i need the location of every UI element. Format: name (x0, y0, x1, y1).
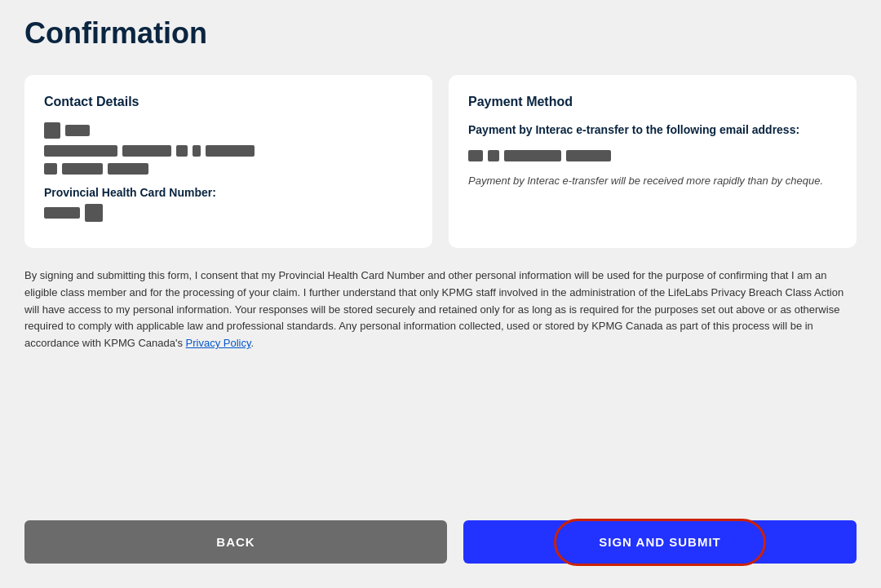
redacted-text (176, 145, 188, 157)
contact-address-row2 (44, 163, 413, 175)
redacted-text (504, 150, 561, 161)
redacted-text (65, 125, 90, 136)
redacted-text (468, 150, 483, 161)
redacted-text (44, 207, 80, 219)
health-card-row (44, 204, 413, 222)
back-button[interactable]: BACK (24, 520, 447, 564)
redacted-text (566, 150, 611, 161)
submit-wrapper: SIGN AND SUBMIT (463, 520, 857, 564)
redacted-text (193, 145, 201, 157)
redacted-text (62, 163, 103, 175)
contact-details-title: Contact Details (44, 95, 413, 109)
redacted-text (122, 145, 171, 157)
payment-description: Payment by Interac e-transfer to the fol… (468, 122, 837, 139)
payment-method-card: Payment Method Payment by Interac e-tran… (449, 75, 857, 248)
sign-and-submit-button[interactable]: SIGN AND SUBMIT (463, 520, 857, 564)
redacted-text (85, 204, 103, 222)
redacted-text (44, 163, 57, 175)
contact-details-card: Contact Details Provincial Health Card N… (24, 75, 432, 248)
payment-note: Payment by Interac e-transfer will be re… (468, 173, 837, 189)
payment-email-row (468, 150, 837, 161)
buttons-row: BACK SIGN AND SUBMIT (24, 520, 857, 564)
redacted-icon (44, 122, 60, 139)
redacted-text (488, 150, 499, 161)
redacted-text (108, 163, 148, 175)
privacy-policy-link[interactable]: Privacy Policy (186, 337, 251, 349)
consent-text: By signing and submitting this form, I c… (24, 267, 857, 352)
redacted-text (44, 145, 117, 157)
contact-name-row (44, 122, 413, 139)
page-title: Confirmation (24, 16, 857, 51)
contact-address-row1 (44, 145, 413, 157)
redacted-text (206, 145, 255, 157)
cards-row: Contact Details Provincial Health Card N… (24, 75, 857, 248)
provincial-health-label: Provincial Health Card Number: (44, 186, 413, 199)
payment-method-title: Payment Method (468, 95, 837, 109)
